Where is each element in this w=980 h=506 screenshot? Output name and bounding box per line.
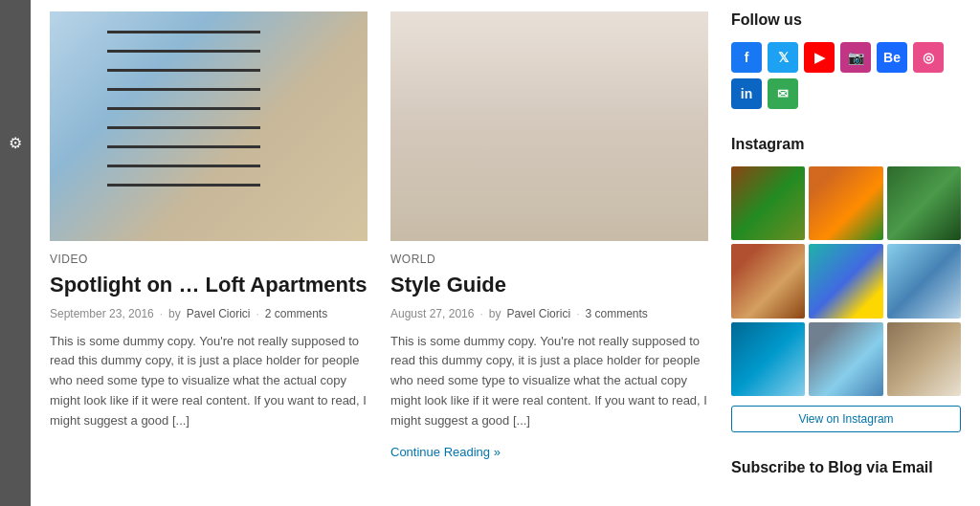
view-instagram-button[interactable]: View on Instagram (731, 406, 961, 432)
instagram-thumb-7[interactable] (731, 322, 805, 396)
post-excerpt-style: This is some dummy copy. You're not real… (390, 332, 708, 431)
social-icons-container: f 𝕏 ▶ 📷 Be ◎ in ✉ (731, 42, 961, 109)
bullet-4: · (576, 307, 579, 320)
post-meta-loft: September 23, 2016 · by Pavel Ciorici · … (50, 307, 368, 320)
post-card-loft: Video Spotlight on … Loft Apartments Sep… (50, 11, 368, 503)
post-comments-loft[interactable]: 2 comments (265, 307, 327, 320)
instagram-thumb-3[interactable] (887, 166, 961, 240)
social-icon-twitter[interactable]: 𝕏 (768, 42, 798, 73)
social-icon-dribbble[interactable]: ◎ (913, 42, 944, 73)
sidebar-instagram-section: Instagram View on Instagram (731, 136, 961, 432)
settings-sidebar: ⚙ (0, 0, 31, 506)
post-category-style: World (390, 253, 708, 266)
post-image-loft (50, 11, 368, 241)
instagram-thumb-9[interactable] (887, 322, 961, 396)
instagram-title: Instagram (731, 136, 961, 153)
post-excerpt-loft: This is some dummy copy. You're not real… (50, 332, 368, 431)
subscribe-title: Subscribe to Blog via Email (731, 459, 961, 476)
bullet-1: · (160, 307, 163, 320)
post-title-loft: Spotlight on … Loft Apartments (50, 272, 368, 299)
main-container: Video Spotlight on … Loft Apartments Sep… (31, 0, 980, 506)
post-title-style: Style Guide (390, 272, 708, 299)
instagram-thumb-5[interactable] (809, 244, 882, 318)
sidebar-subscribe-section: Subscribe to Blog via Email (731, 459, 961, 476)
post-meta-style: August 27, 2016 · by Pavel Ciorici · 3 c… (390, 307, 708, 320)
post-by-loft: by (168, 307, 181, 320)
social-icon-linkedin[interactable]: in (731, 78, 762, 109)
social-icon-facebook[interactable]: f (731, 42, 762, 73)
post-author-style[interactable]: Pavel Ciorici (506, 307, 570, 320)
social-icon-behance[interactable]: Be (877, 42, 907, 73)
follow-title: Follow us (731, 11, 961, 29)
bullet-3: · (479, 307, 482, 320)
social-icon-email[interactable]: ✉ (768, 78, 798, 109)
social-icon-instagram[interactable]: 📷 (840, 42, 871, 73)
post-category-loft: Video (50, 253, 368, 266)
post-author-loft[interactable]: Pavel Ciorici (187, 307, 251, 320)
instagram-thumb-4[interactable] (731, 244, 805, 318)
posts-area: Video Spotlight on … Loft Apartments Sep… (50, 11, 708, 503)
post-comments-style[interactable]: 3 comments (585, 307, 647, 320)
instagram-thumb-2[interactable] (809, 166, 882, 240)
gear-icon[interactable]: ⚙ (9, 134, 22, 152)
post-image-style (390, 11, 708, 241)
instagram-thumb-1[interactable] (731, 166, 805, 240)
content-wrapper: Video Spotlight on … Loft Apartments Sep… (31, 0, 980, 506)
instagram-thumb-8[interactable] (809, 322, 882, 396)
sidebar-follow-section: Follow us f 𝕏 ▶ 📷 Be ◎ in ✉ (731, 11, 961, 109)
instagram-thumb-6[interactable] (887, 244, 961, 318)
post-by-style: by (489, 307, 501, 320)
post-date-style: August 27, 2016 (390, 307, 474, 320)
social-icon-youtube[interactable]: ▶ (804, 42, 835, 73)
bullet-2: · (256, 307, 258, 320)
sidebar: Follow us f 𝕏 ▶ 📷 Be ◎ in ✉ Instagram (731, 11, 961, 503)
continue-reading-link[interactable]: Continue Reading » (390, 445, 501, 459)
instagram-grid (731, 166, 961, 396)
post-date-loft: September 23, 2016 (50, 307, 154, 320)
post-card-style: World Style Guide August 27, 2016 · by P… (390, 11, 708, 503)
